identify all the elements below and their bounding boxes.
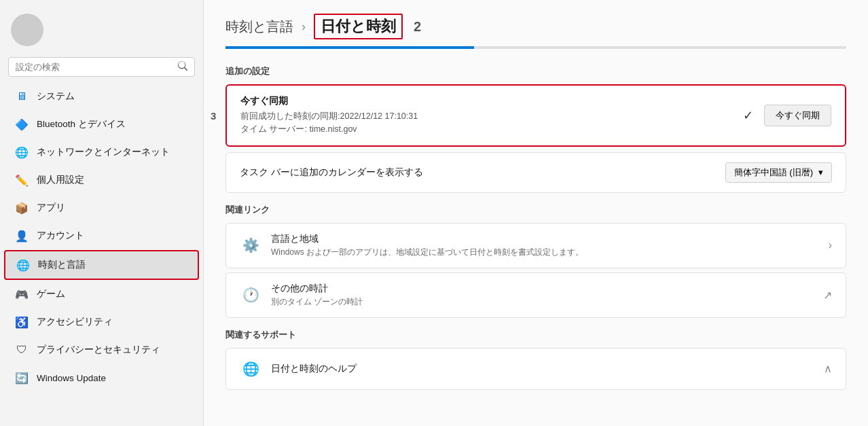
content-area: 追加の設定 3 今すぐ同期 前回成功した時刻の同期:2022/12/12 17:…	[204, 49, 868, 401]
sidebar-label-gaming: ゲーム	[37, 288, 65, 300]
sidebar-item-accessibility[interactable]: ♿ アクセシビリティ	[4, 308, 199, 336]
sync-card-wrapper: 3 今すぐ同期 前回成功した時刻の同期:2022/12/12 17:10:31 …	[225, 84, 846, 147]
language-link-arrow: ›	[829, 239, 832, 251]
bluetooth-icon: 🔷	[15, 118, 29, 131]
sidebar-item-apps[interactable]: 📦 アプリ	[4, 194, 199, 221]
chevron-down-icon: ▾	[818, 167, 823, 177]
avatar	[11, 14, 43, 46]
check-icon: ✓	[743, 108, 753, 123]
language-link-subtitle: Windows および一部のアプリは、地域設定に基づいて日付と時刻を書式設定しま…	[271, 247, 829, 258]
user-avatar-area	[0, 0, 203, 54]
chevron-up-icon: ∧	[824, 362, 832, 375]
clocks-icon: 🕐	[240, 284, 261, 306]
update-icon: 🔄	[15, 371, 29, 385]
sidebar-label-bluetooth: Bluetooth とデバイス	[37, 118, 126, 130]
related-links-section: 関連リンク ⚙️ 言語と地域 Windows および一部のアプリは、地域設定に基…	[225, 204, 846, 318]
breadcrumb-separator: ›	[302, 20, 306, 34]
support-section: 関連するサポート 🌐 日付と時刻のヘルプ ∧	[225, 329, 846, 390]
sync-detail-line2: タイム サーバー: time.nist.gov	[240, 123, 743, 136]
main-content: 時刻と言語 › 日付と時刻 2 追加の設定 3 今すぐ同期 前回成功した時刻の同…	[204, 0, 868, 426]
sidebar-item-time[interactable]: 1 🌐 時刻と言語	[4, 250, 199, 280]
sidebar-label-system: システム	[37, 90, 75, 103]
sidebar: 🖥 システム 🔷 Bluetooth とデバイス 🌐 ネットワークとインターネッ…	[0, 0, 204, 426]
language-link-card[interactable]: ⚙️ 言語と地域 Windows および一部のアプリは、地域設定に基づいて日付と…	[225, 223, 846, 268]
sidebar-item-gaming[interactable]: 🎮 ゲーム	[4, 281, 199, 308]
sidebar-nav: 🖥 システム 🔷 Bluetooth とデバイス 🌐 ネットワークとインターネッ…	[0, 82, 203, 426]
step-badge: 2	[414, 19, 421, 35]
clocks-link-card[interactable]: 🕐 その他の時計 別のタイム ゾーンの時計 ↗	[225, 272, 846, 318]
language-link-title: 言語と地域	[271, 233, 829, 245]
sidebar-item-network[interactable]: 🌐 ネットワークとインターネット	[4, 139, 199, 166]
sidebar-item-bluetooth[interactable]: 🔷 Bluetooth とデバイス	[4, 111, 199, 138]
sidebar-item-privacy[interactable]: 🛡 プライバシーとセキュリティ	[4, 336, 199, 363]
clocks-link-title: その他の時計	[271, 283, 823, 295]
system-icon: 🖥	[15, 90, 29, 103]
additional-settings-title: 追加の設定	[225, 65, 846, 77]
sync-detail-line1: 前回成功した時刻の同期:2022/12/12 17:10:31	[240, 110, 743, 123]
apps-icon: 📦	[15, 201, 29, 215]
sidebar-item-account[interactable]: 👤 アカウント	[4, 222, 199, 249]
sidebar-label-account: アカウント	[37, 230, 84, 242]
personal-icon: ✏️	[15, 173, 29, 187]
account-icon: 👤	[15, 229, 29, 243]
sidebar-item-system[interactable]: 🖥 システム	[4, 83, 199, 110]
clocks-link-subtitle: 別のタイム ゾーンの時計	[271, 296, 823, 308]
step-3-label: 3	[211, 109, 216, 121]
privacy-icon: 🛡	[15, 343, 29, 357]
breadcrumb-parent: 時刻と言語	[225, 18, 293, 36]
calendar-label: タスク バーに追加のカレンダーを表示する	[240, 166, 725, 179]
gaming-icon: 🎮	[15, 287, 29, 301]
sync-title: 今すぐ同期	[240, 95, 743, 107]
clocks-link-arrow: ↗	[823, 289, 832, 302]
calendar-dropdown-value: 簡体字中国語 (旧暦)	[734, 166, 813, 179]
sidebar-label-update: Windows Update	[37, 373, 106, 383]
sidebar-item-update[interactable]: 🔄 Windows Update	[4, 364, 199, 391]
sidebar-label-apps: アプリ	[37, 202, 65, 214]
sidebar-label-time: 時刻と言語	[38, 259, 86, 271]
page-header: 時刻と言語 › 日付と時刻 2	[204, 0, 868, 46]
sidebar-label-personal: 個人用設定	[37, 174, 84, 186]
sync-now-button[interactable]: 今すぐ同期	[764, 105, 831, 126]
help-card[interactable]: 🌐 日付と時刻のヘルプ ∧	[225, 348, 846, 390]
network-icon: 🌐	[15, 145, 29, 159]
sidebar-label-network: ネットワークとインターネット	[37, 146, 170, 158]
sidebar-item-personal[interactable]: ✏️ 個人用設定	[4, 166, 199, 194]
sync-info: 今すぐ同期 前回成功した時刻の同期:2022/12/12 17:10:31 タイ…	[240, 95, 743, 136]
calendar-row: タスク バーに追加のカレンダーを表示する 簡体字中国語 (旧暦) ▾	[225, 152, 846, 193]
search-icon	[178, 61, 187, 73]
sync-actions: ✓ 今すぐ同期	[743, 105, 831, 126]
time-icon: 🌐	[16, 258, 30, 272]
language-link-text: 言語と地域 Windows および一部のアプリは、地域設定に基づいて日付と時刻を…	[271, 233, 829, 258]
sync-card: 今すぐ同期 前回成功した時刻の同期:2022/12/12 17:10:31 タイ…	[225, 84, 846, 147]
related-links-title: 関連リンク	[225, 204, 846, 216]
search-input[interactable]	[16, 62, 175, 72]
support-section-title: 関連するサポート	[225, 329, 846, 341]
search-box[interactable]	[8, 57, 195, 77]
help-icon: 🌐	[240, 358, 261, 380]
help-title: 日付と時刻のヘルプ	[271, 363, 357, 375]
sidebar-label-accessibility: アクセシビリティ	[37, 316, 113, 328]
language-icon: ⚙️	[240, 234, 261, 256]
accessibility-icon: ♿	[15, 315, 29, 329]
calendar-dropdown[interactable]: 簡体字中国語 (旧暦) ▾	[725, 162, 832, 183]
sidebar-label-privacy: プライバシーとセキュリティ	[37, 344, 160, 356]
clocks-link-text: その他の時計 別のタイム ゾーンの時計	[271, 283, 823, 308]
breadcrumb-current: 日付と時刻	[314, 14, 403, 39]
